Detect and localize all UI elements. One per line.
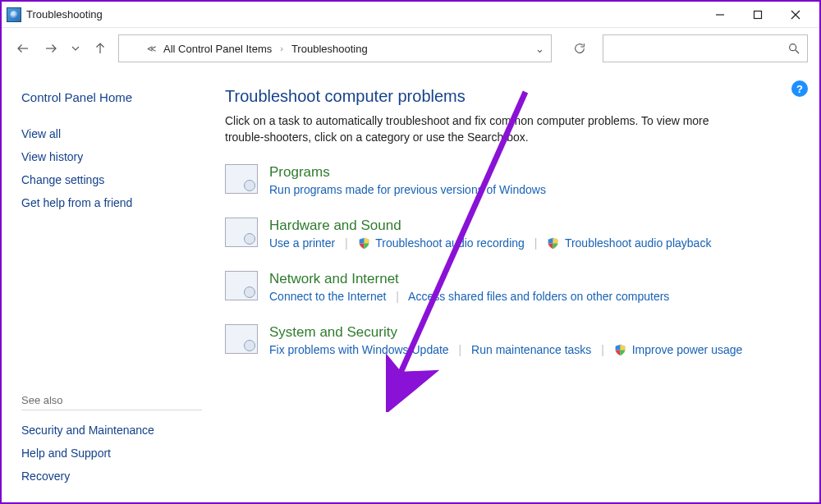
system-icon: [225, 324, 258, 354]
overflow-chevron-icon[interactable]: ≪: [147, 44, 157, 54]
category-hardware-sound: Hardware and Sound Use a printer | Troub…: [225, 218, 801, 250]
sidebar-link-view-all[interactable]: View all: [21, 122, 202, 145]
see-also-recovery[interactable]: Recovery: [21, 465, 202, 488]
control-panel-icon: [126, 41, 140, 56]
up-button[interactable]: [90, 39, 110, 58]
chevron-right-icon: ›: [278, 44, 285, 53]
main-panel: Troubleshoot computer problems Click on …: [207, 69, 819, 502]
separator: |: [528, 236, 544, 250]
category-system-security: System and Security Fix problems with Wi…: [225, 324, 801, 356]
network-icon: [225, 271, 258, 300]
close-button[interactable]: [777, 2, 814, 27]
chevron-down-icon[interactable]: ⌄: [535, 43, 544, 55]
help-icon[interactable]: ?: [791, 80, 808, 97]
maximize-button[interactable]: [739, 2, 777, 27]
category-title-network[interactable]: Network and Internet: [269, 271, 669, 287]
back-button[interactable]: [13, 39, 33, 58]
link-use-printer[interactable]: Use a printer: [269, 236, 335, 250]
sidebar-link-view-history[interactable]: View history: [21, 145, 202, 168]
category-programs: Programs Run programs made for previous …: [225, 164, 801, 196]
content-area: ? Control Panel Home View all View histo…: [2, 69, 819, 502]
link-access-shared[interactable]: Access shared files and folders on other…: [408, 290, 669, 303]
sidebar-link-get-help[interactable]: Get help from a friend: [21, 191, 202, 214]
separator: |: [389, 290, 406, 303]
control-panel-home-link[interactable]: Control Panel Home: [21, 90, 202, 104]
window-controls: [701, 2, 814, 27]
breadcrumb-current[interactable]: Troubleshooting: [291, 43, 368, 55]
shield-icon: [614, 344, 626, 356]
forward-button[interactable]: [41, 39, 61, 58]
recent-locations-button[interactable]: [69, 39, 82, 58]
category-title-system[interactable]: System and Security: [269, 324, 742, 341]
page-description: Click on a task to automatically trouble…: [225, 112, 750, 146]
category-network: Network and Internet Connect to the Inte…: [225, 271, 801, 303]
separator: |: [594, 343, 611, 356]
separator: |: [452, 343, 469, 356]
shield-icon: [547, 237, 559, 250]
shield-icon: [358, 237, 370, 250]
breadcrumb-parent[interactable]: All Control Panel Items: [163, 43, 272, 55]
window-title: Troubleshooting: [26, 8, 103, 21]
search-icon: [787, 42, 800, 55]
search-input[interactable]: [603, 34, 808, 62]
link-connect-internet[interactable]: Connect to the Internet: [269, 290, 386, 303]
see-also-header: See also: [21, 394, 202, 410]
refresh-button[interactable]: [565, 34, 594, 62]
svg-point-7: [790, 44, 796, 51]
titlebar: Troubleshooting: [2, 2, 819, 28]
svg-rect-1: [754, 11, 762, 18]
see-also-section: See also Security and Maintenance Help a…: [21, 394, 202, 488]
link-audio-playback[interactable]: Troubleshoot audio playback: [547, 236, 711, 250]
separator: |: [338, 236, 355, 250]
address-bar[interactable]: ≪ All Control Panel Items › Troubleshoot…: [118, 34, 552, 62]
control-panel-icon: [7, 7, 21, 22]
page-title: Troubleshoot computer problems: [225, 87, 801, 106]
category-title-programs[interactable]: Programs: [269, 164, 546, 181]
link-audio-recording[interactable]: Troubleshoot audio recording: [358, 236, 528, 250]
sidebar-link-change-settings[interactable]: Change settings: [21, 168, 202, 191]
minimize-button[interactable]: [701, 2, 739, 27]
link-power-usage[interactable]: Improve power usage: [614, 343, 743, 356]
link-windows-update[interactable]: Fix problems with Windows Update: [269, 343, 449, 356]
hardware-icon: [225, 218, 258, 247]
programs-icon: [225, 164, 258, 194]
link-run-maintenance[interactable]: Run maintenance tasks: [471, 343, 591, 356]
category-title-hardware[interactable]: Hardware and Sound: [269, 218, 711, 234]
see-also-security[interactable]: Security and Maintenance: [21, 419, 202, 442]
svg-line-8: [796, 50, 799, 53]
see-also-help[interactable]: Help and Support: [21, 442, 202, 465]
toolbar: ≪ All Control Panel Items › Troubleshoot…: [2, 28, 819, 69]
sidebar: Control Panel Home View all View history…: [2, 69, 207, 502]
link-run-legacy-programs[interactable]: Run programs made for previous versions …: [269, 183, 546, 196]
